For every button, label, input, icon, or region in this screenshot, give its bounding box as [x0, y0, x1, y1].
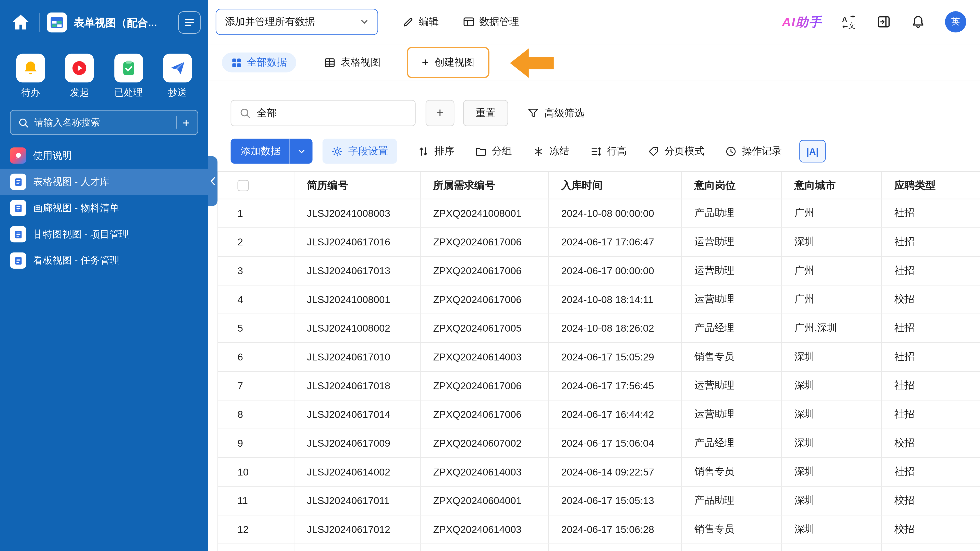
stored-time-cell: 2024-10-08 00:00:00	[549, 199, 682, 227]
apply-type-cell: 社招	[882, 372, 980, 400]
record-search-input[interactable]: 全部	[231, 100, 416, 126]
city-cell: 广州	[782, 286, 882, 313]
resume-id-cell: JLSJ20240617011	[294, 487, 421, 515]
pagination-mode-button[interactable]: 分页模式	[648, 144, 704, 158]
table-row[interactable]: 4 JLSJ20241008001 ZPXQ20240617006 2024-1…	[218, 286, 980, 314]
reset-button[interactable]: 重置	[463, 100, 508, 126]
ai-assistant-button[interactable]: AI助手	[782, 14, 822, 30]
chevron-left-icon	[210, 177, 216, 186]
apply-type-cell: 社招	[882, 343, 980, 371]
sidebar-search-placeholder: 请输入名称搜索	[35, 117, 170, 129]
quick-action-todo[interactable]: 待办	[16, 54, 45, 99]
position-cell: 运营助理	[682, 400, 782, 429]
data-manage-label: 数据管理	[479, 15, 519, 28]
quick-action-label: 抄送	[168, 87, 187, 99]
sidebar-add-button[interactable]: +	[182, 116, 190, 129]
empty-cell	[549, 544, 682, 551]
row-height-button[interactable]: 行高	[590, 144, 627, 158]
table-row[interactable]: 3 JLSJ20240617013 ZPXQ20240617006 2024-0…	[218, 257, 980, 286]
row-number-cell: 5	[218, 314, 294, 342]
view-mode-select[interactable]: 添加并管理所有数据	[216, 9, 378, 35]
divider	[39, 13, 40, 32]
table-row[interactable]: 9 JLSJ20240617009 ZPXQ20240607002 2024-0…	[218, 429, 980, 458]
sidebar-menu-button[interactable]	[178, 11, 200, 34]
ai-field-button[interactable]: |A|	[799, 140, 826, 162]
add-filter-button[interactable]: +	[426, 100, 455, 126]
table-row[interactable]: 10 JLSJ20240614002 ZPXQ20240614003 2024-…	[218, 458, 980, 487]
sort-button[interactable]: 排序	[417, 144, 454, 158]
demand-id-cell: ZPXQ20240617006	[421, 286, 549, 313]
resume-id-cell: JLSJ20240617018	[294, 372, 421, 400]
filter-bar: 全部 + 重置 高级筛选	[231, 100, 980, 126]
column-header[interactable]: 意向城市	[782, 171, 882, 198]
tab-all-data[interactable]: 全部数据	[222, 52, 296, 73]
table-row[interactable]: 7 JLSJ20240617018 ZPXQ20240617006 2024-0…	[218, 372, 980, 400]
select-all-checkbox[interactable]	[238, 179, 249, 191]
quick-action-label: 发起	[70, 87, 89, 99]
table-row[interactable]: 11 JLSJ20240617011 ZPXQ20240604001 2024-…	[218, 487, 980, 516]
empty-cell	[294, 544, 421, 551]
quick-action-cc[interactable]: 抄送	[163, 54, 192, 99]
freeze-button[interactable]: 冻结	[533, 144, 570, 158]
language-switch-icon[interactable]: A文	[841, 14, 857, 30]
table-row[interactable]: 1 JLSJ20241008003 ZPXQ20241008001 2024-1…	[218, 199, 980, 228]
guide-icon	[10, 148, 26, 164]
edit-button[interactable]: 编辑	[402, 15, 439, 28]
create-view-button[interactable]: + 创建视图	[407, 47, 490, 78]
column-header[interactable]: 简历编号	[294, 171, 421, 198]
sidebar-item-gantt-view[interactable]: 甘特图视图 - 项目管理	[0, 221, 208, 248]
sidebar-item-guide[interactable]: 使用说明	[0, 142, 208, 168]
top-toolbar: 添加并管理所有数据 编辑 数据管理 AI助手 A文	[208, 0, 980, 44]
group-button[interactable]: 分组	[475, 144, 512, 158]
resume-id-cell: JLSJ20240617013	[294, 257, 421, 285]
select-all-cell	[218, 171, 294, 198]
position-cell: 销售专员	[682, 458, 782, 486]
table-row[interactable]: 8 JLSJ20240617014 ZPXQ20240617006 2024-0…	[218, 400, 980, 429]
sort-label: 排序	[434, 144, 454, 158]
apply-type-cell: 社招	[882, 400, 980, 429]
stored-time-cell: 2024-06-17 15:05:13	[549, 487, 682, 515]
column-header[interactable]: 所属需求编号	[421, 171, 549, 198]
sidebar-item-label: 看板视图 - 任务管理	[33, 254, 119, 267]
field-settings-button[interactable]: 字段设置	[323, 139, 397, 164]
record-search-value: 全部	[257, 106, 277, 120]
sidebar-item-kanban-view[interactable]: 看板视图 - 任务管理	[0, 248, 208, 274]
sidebar-item-gallery-view[interactable]: 画廊视图 - 物料清单	[0, 195, 208, 221]
sidebar-menu: 使用说明 表格视图 - 人才库 画廊视图 - 物料清单 甘特图视图 - 项目管理	[0, 142, 208, 273]
freeze-icon	[533, 145, 545, 157]
sidebar-collapse-handle[interactable]	[208, 156, 218, 206]
add-data-label: 添加数据	[241, 144, 290, 158]
data-manage-button[interactable]: 数据管理	[463, 15, 519, 28]
advanced-filter-button[interactable]: 高级筛选	[527, 106, 584, 120]
funnel-icon	[527, 107, 539, 119]
table-row[interactable]: 6 JLSJ20240617010 ZPXQ20240614003 2024-0…	[218, 343, 980, 372]
add-data-button[interactable]: 添加数据	[231, 139, 313, 164]
view-mode-value: 添加并管理所有数据	[225, 15, 355, 28]
column-header[interactable]: 意向岗位	[682, 171, 782, 198]
sidebar-item-label: 画廊视图 - 物料清单	[33, 202, 119, 214]
home-button[interactable]	[9, 11, 32, 35]
stored-time-cell: 2024-06-17 15:05:29	[549, 343, 682, 371]
database-icon	[463, 16, 475, 28]
column-header[interactable]: 入库时间	[549, 171, 682, 198]
search-icon	[18, 117, 29, 128]
apply-type-cell: 校招	[882, 515, 980, 543]
table-row[interactable]: 2 JLSJ20240617016 ZPXQ20240617006 2024-0…	[218, 228, 980, 257]
chevron-down-icon	[360, 17, 369, 26]
tab-table-view[interactable]: 表格视图	[324, 56, 381, 69]
quick-action-processed[interactable]: 已处理	[114, 54, 143, 99]
column-header[interactable]: 应聘类型	[882, 171, 980, 198]
user-avatar[interactable]: 英	[945, 11, 966, 32]
operation-log-button[interactable]: 操作记录	[725, 144, 782, 158]
notification-bell-icon[interactable]	[911, 14, 926, 29]
sidebar-search[interactable]: 请输入名称搜索 +	[10, 110, 198, 135]
quick-action-initiate[interactable]: 发起	[65, 54, 94, 99]
highlight-arrow-icon	[509, 46, 554, 80]
app-window: 表单视图（配合... 待办 发起	[0, 0, 980, 551]
resume-id-cell: JLSJ20240617010	[294, 343, 421, 371]
sidebar-item-table-view-talent[interactable]: 表格视图 - 人才库	[0, 168, 208, 195]
add-data-dropdown[interactable]	[290, 147, 312, 156]
panel-toggle-icon[interactable]	[876, 14, 891, 29]
table-row[interactable]: 5 JLSJ20241008002 ZPXQ20240617005 2024-1…	[218, 314, 980, 343]
table-row[interactable]: 12 JLSJ20240617012 ZPXQ20240614003 2024-…	[218, 515, 980, 544]
